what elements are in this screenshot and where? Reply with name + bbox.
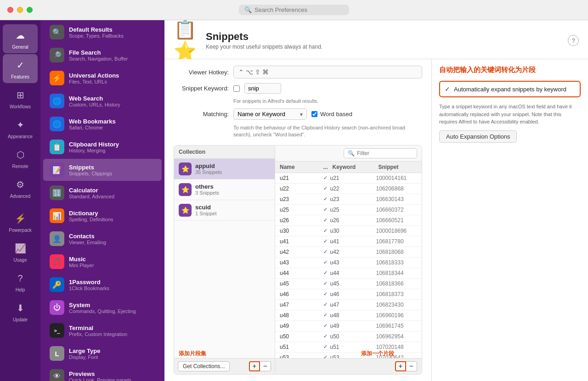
nav-item-snippets[interactable]: 📝 Snippets Snippets, Clippings bbox=[43, 159, 162, 181]
snippet-keyword: u30 bbox=[330, 228, 376, 234]
sidebar-item-help[interactable]: ? Help bbox=[3, 267, 38, 296]
collection-count-appuid: 35 Snippets bbox=[195, 169, 222, 175]
snippet-name: u25 bbox=[280, 207, 321, 213]
collection-item-others[interactable]: ⭐ others 3 Snippets bbox=[174, 179, 275, 200]
table-row[interactable]: u43 ✓ u43 106818333 bbox=[275, 258, 422, 268]
snippet-value: 106961745 bbox=[376, 323, 418, 329]
sidebar-item-features[interactable]: ✓ Features bbox=[3, 54, 38, 83]
nav-subtitle-contacts: Viewer, Emailing bbox=[69, 240, 106, 245]
close-button[interactable] bbox=[7, 7, 13, 13]
sidebar-item-update[interactable]: ⬇ Update bbox=[3, 297, 38, 326]
auto-expansion-options-button[interactable]: Auto Expansion Options bbox=[439, 130, 517, 143]
nav-item-music[interactable]: 🎵 Music Mini Player bbox=[43, 251, 162, 273]
nav-item-large-type[interactable]: L Large Type Display, Font bbox=[43, 342, 162, 364]
scuid-icon: ⭐ bbox=[179, 204, 192, 217]
minimize-button[interactable] bbox=[17, 7, 23, 13]
nav-item-dictionary[interactable]: 📊 Dictionary Spelling, Definitions bbox=[43, 205, 162, 227]
collection-item-appuid[interactable]: ⭐ appuid 35 Snippets bbox=[174, 159, 275, 179]
col-dots-header: ... bbox=[319, 164, 333, 170]
table-row[interactable]: u21 ✓ u21 1000014161 bbox=[275, 173, 422, 184]
nav-item-terminal[interactable]: >_ Terminal Prefix, Custom Integration bbox=[43, 319, 162, 342]
snippet-name: u30 bbox=[280, 228, 321, 234]
add-collection-hint: 添加片段集 bbox=[179, 350, 206, 358]
filter-input-wrap[interactable]: 🔍 bbox=[344, 148, 417, 158]
nav-title-terminal: Terminal bbox=[69, 325, 127, 331]
matching-row: Matching: Name or Keyword Name only Keyw… bbox=[174, 108, 422, 120]
table-row[interactable]: u42 ✓ u42 106818068 bbox=[275, 247, 422, 258]
main-content: 📋⭐ Snippets Keep your most useful snippe… bbox=[164, 20, 588, 381]
remove-collection-button[interactable]: − bbox=[260, 361, 271, 371]
table-row[interactable]: u46 ✓ u46 106818373 bbox=[275, 289, 422, 300]
maximize-button[interactable] bbox=[27, 7, 33, 13]
sidebar-item-usage[interactable]: 📈 Usage bbox=[3, 237, 38, 266]
search-input[interactable] bbox=[254, 6, 337, 13]
snippet-name: u49 bbox=[280, 323, 321, 329]
filter-input[interactable] bbox=[357, 150, 412, 157]
nav-item-system[interactable]: ⏻ System Commands, Quitting, Ejecting bbox=[43, 297, 162, 319]
snippet-name: u45 bbox=[280, 280, 321, 287]
snippet-value: 106818373 bbox=[376, 291, 418, 297]
table-row[interactable]: u50 ✓ u50 106962954 bbox=[275, 331, 422, 342]
snippet-value: 106660521 bbox=[376, 217, 418, 224]
nav-item-web-bookmarks[interactable]: 🌐 Web Bookmarks Safari, Chrome bbox=[43, 113, 162, 135]
snippet-keyword: u51 bbox=[330, 344, 376, 350]
nav-item-universal-actions[interactable]: ⚡ Universal Actions Files, Text, URLs bbox=[43, 67, 162, 89]
collection-count-scuid: 1 Snippet bbox=[195, 211, 216, 216]
table-row[interactable]: u22 ✓ u22 106206868 bbox=[275, 184, 422, 194]
table-row[interactable]: u53 ✓ u53 107030642 bbox=[275, 353, 422, 358]
nav-item-web-search[interactable]: 🌐 Web Search Custom, URLs, History bbox=[43, 90, 162, 112]
snippet-name: u21 bbox=[280, 175, 321, 181]
remove-snippet-button[interactable]: − bbox=[406, 361, 417, 371]
nav-item-default-results[interactable]: 🔍 Default Results Scope, Types, Fallback… bbox=[43, 21, 162, 43]
add-snippet-button[interactable]: + bbox=[395, 361, 406, 371]
viewer-hotkey-field[interactable]: ⌃ ⌥ ⇧ ⌘ bbox=[233, 66, 422, 78]
snippet-enabled-icon: ✓ bbox=[321, 323, 330, 329]
table-row[interactable]: u48 ✓ u48 106960196 bbox=[275, 310, 422, 321]
table-row[interactable]: u51 ✓ u51 107020148 bbox=[275, 342, 422, 353]
table-row[interactable]: u26 ✓ u26 106660521 bbox=[275, 215, 422, 226]
calculator-icon: 🔢 bbox=[50, 185, 64, 200]
nav-title-calculator: Calculator bbox=[69, 187, 114, 194]
snippet-keyword-input[interactable] bbox=[244, 83, 281, 94]
nav-item-clipboard-history[interactable]: 📋 Clipboard History History, Merging bbox=[43, 136, 162, 158]
snippet-keyword: u49 bbox=[330, 323, 376, 329]
collection-header-label: Collection bbox=[179, 149, 205, 155]
nav-title-universal-actions: Universal Actions bbox=[69, 72, 119, 79]
nav-item-calculator[interactable]: 🔢 Calculator Standard, Advanced bbox=[43, 182, 162, 204]
app-body: ☁ General ✓ Features ⊞ Workflows ✦ Appea… bbox=[0, 20, 588, 381]
table-row[interactable]: u23 ✓ u23 106630143 bbox=[275, 194, 422, 205]
nav-item-file-search[interactable]: 🔎 File Search Search, Navigation, Buffer bbox=[43, 44, 162, 66]
word-based-checkbox[interactable] bbox=[311, 111, 317, 117]
get-collections-button[interactable]: Get Collections... bbox=[178, 361, 230, 371]
add-collection-button[interactable]: + bbox=[249, 361, 260, 371]
table-row[interactable]: u41 ✓ u41 106817780 bbox=[275, 236, 422, 247]
matching-select[interactable]: Name or Keyword Name only Keyword only bbox=[233, 108, 307, 120]
snippet-enabled-icon: ✓ bbox=[321, 270, 330, 276]
search-bar[interactable]: 🔍 bbox=[239, 5, 349, 15]
nav-item-contacts[interactable]: 👤 Contacts Viewer, Emailing bbox=[43, 228, 162, 250]
collection-item-scuid[interactable]: ⭐ scuid 1 Snippet bbox=[174, 200, 275, 221]
snippet-keyword: u26 bbox=[330, 217, 376, 224]
snippet-keyword-checkbox[interactable] bbox=[233, 85, 240, 92]
collection-count-others: 3 Snippets bbox=[195, 190, 219, 196]
collection-panel: Collection ⭐ appuid 35 Snippets bbox=[174, 146, 275, 374]
sidebar-item-appearance[interactable]: ✦ Appearance bbox=[3, 114, 38, 143]
sidebar-item-powerpack[interactable]: ⚡ Powerpack bbox=[3, 207, 38, 236]
sidebar-item-advanced[interactable]: ⚙ Advanced bbox=[3, 174, 38, 202]
table-row[interactable]: u25 ✓ u25 106660372 bbox=[275, 205, 422, 215]
table-row[interactable]: u45 ✓ u45 106818366 bbox=[275, 279, 422, 289]
table-row[interactable]: u30 ✓ u30 1000018696 bbox=[275, 226, 422, 236]
snippet-value: 106818366 bbox=[376, 280, 418, 287]
table-row[interactable]: u44 ✓ u44 106818344 bbox=[275, 268, 422, 279]
snippet-name: u48 bbox=[280, 312, 321, 319]
table-row[interactable]: u49 ✓ u49 106961745 bbox=[275, 321, 422, 331]
table-row[interactable]: u47 ✓ u47 106823430 bbox=[275, 300, 422, 310]
snippet-keyword: u25 bbox=[330, 207, 376, 213]
sidebar-item-general[interactable]: ☁ General bbox=[3, 24, 38, 53]
nav-item-previews[interactable]: 👁 Previews Quick Look, Preview panels bbox=[43, 365, 162, 381]
page-title: Snippets bbox=[206, 31, 561, 43]
sidebar-item-remote[interactable]: ⬡ Remote bbox=[3, 144, 38, 173]
help-button[interactable]: ? bbox=[568, 35, 579, 46]
sidebar-item-workflows[interactable]: ⊞ Workflows bbox=[3, 84, 38, 113]
nav-item-1password[interactable]: 🔑 1Password 1Click Bookmarks bbox=[43, 274, 162, 296]
